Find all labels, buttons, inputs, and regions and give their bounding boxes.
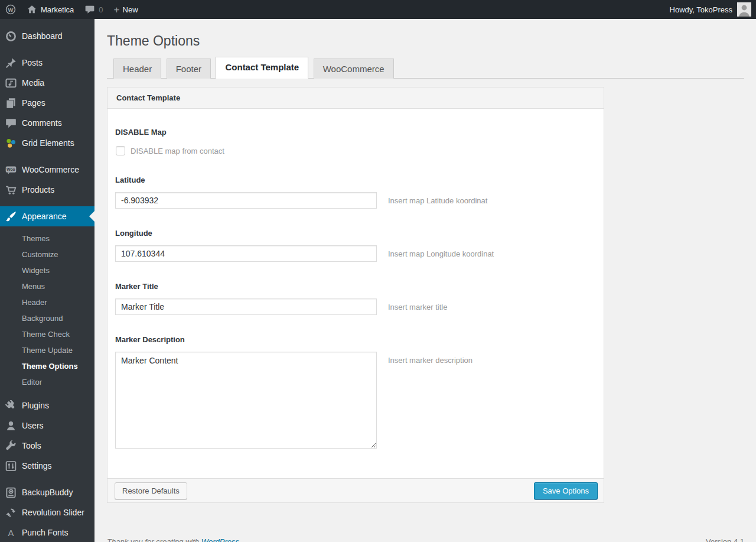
latitude-label: Latitude <box>115 176 595 184</box>
restore-defaults-button[interactable]: Restore Defaults <box>115 482 187 499</box>
sidebar-item-pages[interactable]: Pages <box>0 93 94 113</box>
submenu-customize[interactable]: Customize <box>0 246 94 262</box>
submenu-widgets[interactable]: Widgets <box>0 262 94 278</box>
nav-tabs: Header Footer Contact Template WooCommer… <box>107 57 744 79</box>
admin-bar: W Marketica 0 + New Howdy, TokoPress <box>0 0 756 19</box>
panel-body: DISABLE Map DISABLE map from contact Lat… <box>107 109 604 478</box>
marker-description-label: Marker Description <box>115 335 595 344</box>
comment-bubble-icon <box>84 4 95 15</box>
sidebar-item-posts[interactable]: Posts <box>0 53 94 73</box>
plugin-icon <box>5 400 17 411</box>
admin-menu: Dashboard Posts Media Pages Commen <box>0 19 94 542</box>
wordpress-logo-icon: W <box>5 4 16 15</box>
sidebar-item-tools[interactable]: Tools <box>0 436 94 456</box>
settings-sliders-icon <box>5 460 17 472</box>
comments-bubble[interactable]: 0 <box>79 0 108 19</box>
marker-description-textarea[interactable]: Marker Content <box>115 352 377 449</box>
cart-icon <box>5 184 17 196</box>
site-name-label: Marketica <box>41 5 74 14</box>
sidebar-item-revolution-slider[interactable]: Revolution Slider <box>0 502 94 522</box>
current-menu-arrow <box>89 211 94 222</box>
contact-template-panel: Contact Template DISABLE Map DISABLE map… <box>107 87 604 503</box>
marker-title-label: Marker Title <box>115 282 595 291</box>
sidebar-item-settings[interactable]: Settings <box>0 456 94 476</box>
footer-thanks: Thank you for creating with WordPress. <box>107 537 242 542</box>
plus-icon: + <box>114 5 120 15</box>
new-content-menu[interactable]: + New <box>109 0 144 19</box>
svg-text:W: W <box>8 7 14 13</box>
tab-header[interactable]: Header <box>113 59 161 79</box>
main-content: Theme Options Header Footer Contact Temp… <box>94 0 756 542</box>
wordpress-link[interactable]: WordPress <box>201 537 239 542</box>
comments-count: 0 <box>99 5 103 14</box>
svg-text:A: A <box>8 528 14 537</box>
pages-icon <box>5 98 17 109</box>
page-title: Theme Options <box>107 33 744 50</box>
sidebar-item-plugins[interactable]: Plugins <box>0 395 94 416</box>
site-name-link[interactable]: Marketica <box>21 0 79 19</box>
sidebar-item-woocommerce[interactable]: Woo WooCommerce <box>0 160 94 180</box>
sidebar-item-appearance[interactable]: Appearance <box>0 206 94 226</box>
dashboard-icon <box>5 31 17 42</box>
appearance-submenu: Themes Customize Widgets Menus Header Ba… <box>0 226 94 395</box>
panel-footer: Restore Defaults Save Options <box>107 478 604 502</box>
new-label: New <box>123 5 138 14</box>
woocommerce-icon: Woo <box>5 164 17 176</box>
sidebar-item-dashboard[interactable]: Dashboard <box>0 26 94 46</box>
longitude-label: Longitude <box>115 229 595 238</box>
wordpress-admin: W Marketica 0 + New Howdy, TokoPress <box>0 0 756 542</box>
submenu-themes[interactable]: Themes <box>0 231 94 246</box>
page-footer: Thank you for creating with WordPress. V… <box>107 537 744 542</box>
backup-drive-icon <box>5 487 17 498</box>
tab-footer[interactable]: Footer <box>167 59 211 79</box>
version-label: Version 4.1 <box>706 537 744 542</box>
latitude-hint: Insert map Latitude koordinat <box>388 192 487 205</box>
home-icon <box>27 4 37 15</box>
wrench-icon <box>5 440 17 452</box>
submenu-editor[interactable]: Editor <box>0 374 94 390</box>
submenu-theme-check[interactable]: Theme Check <box>0 326 94 342</box>
marker-description-hint: Insert marker description <box>388 352 472 365</box>
comments-icon <box>5 118 17 129</box>
wp-logo-menu[interactable]: W <box>0 0 21 19</box>
media-icon <box>5 77 17 89</box>
submenu-menus[interactable]: Menus <box>0 278 94 294</box>
submenu-theme-options[interactable]: Theme Options <box>0 358 94 374</box>
sidebar-item-users[interactable]: Users <box>0 416 94 436</box>
my-account-menu[interactable]: Howdy, TokoPress <box>664 0 732 19</box>
svg-text:Woo: Woo <box>6 167 15 171</box>
pushpin-icon <box>5 57 17 69</box>
submenu-header[interactable]: Header <box>0 294 94 310</box>
letter-a-icon: A <box>5 527 17 538</box>
disable-map-label: DISABLE Map <box>115 128 595 137</box>
submenu-background[interactable]: Background <box>0 310 94 326</box>
sidebar-item-punch-fonts[interactable]: A Punch Fonts <box>0 522 94 542</box>
marker-title-hint: Insert marker title <box>388 298 447 311</box>
tab-woocommerce[interactable]: WooCommerce <box>314 59 394 79</box>
marker-title-input[interactable] <box>115 298 377 315</box>
sidebar-item-comments[interactable]: Comments <box>0 113 94 133</box>
disable-map-checkbox[interactable] <box>116 146 125 155</box>
longitude-hint: Insert map Longitude koordinat <box>388 245 494 258</box>
howdy-label: Howdy, TokoPress <box>670 5 732 14</box>
refresh-arrows-icon <box>5 507 17 518</box>
sidebar-item-backupbuddy[interactable]: BackupBuddy <box>0 482 94 502</box>
grid-elements-icon <box>5 138 17 149</box>
submenu-theme-update[interactable]: Theme Update <box>0 342 94 358</box>
longitude-input[interactable] <box>115 245 377 262</box>
latitude-input[interactable] <box>115 192 377 209</box>
save-options-button[interactable]: Save Options <box>534 482 598 499</box>
sidebar-item-products[interactable]: Products <box>0 180 94 200</box>
sidebar-item-media[interactable]: Media <box>0 73 94 93</box>
disable-map-checkbox-label: DISABLE map from contact <box>131 147 224 155</box>
avatar <box>737 2 751 17</box>
panel-title: Contact Template <box>107 87 604 109</box>
tab-contact-template[interactable]: Contact Template <box>216 57 308 79</box>
sidebar-item-grid-elements[interactable]: Grid Elements <box>0 133 94 153</box>
user-icon <box>5 420 17 431</box>
appearance-brush-icon <box>5 211 17 222</box>
